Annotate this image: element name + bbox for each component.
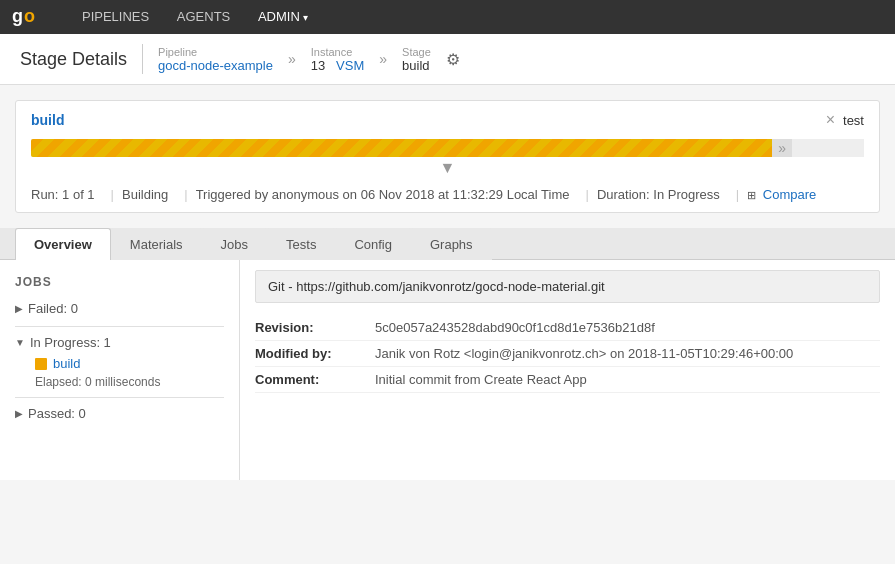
admin-dropdown-icon: ▾ xyxy=(303,12,308,23)
stage-value: build xyxy=(402,58,431,73)
main-nav: PIPELINES AGENTS ADMIN ▾ xyxy=(70,0,320,35)
tab-tests[interactable]: Tests xyxy=(267,228,335,260)
stage-card-name: build xyxy=(31,112,64,128)
in-progress-triangle-icon: ▼ xyxy=(15,337,25,348)
svg-text:g: g xyxy=(12,6,23,26)
detail-table: Revision: 5c0e057a243528dabd90c0f1cd8d1e… xyxy=(255,315,880,393)
close-button[interactable]: × xyxy=(826,111,835,129)
page-header: Stage Details Pipeline gocd-node-example… xyxy=(0,34,895,85)
progress-bar: » xyxy=(31,139,864,157)
pipeline-link[interactable]: gocd-node-example xyxy=(158,58,273,73)
failed-group-label: Failed: 0 xyxy=(28,301,78,316)
building-status: Building xyxy=(122,187,168,202)
nav-agents[interactable]: AGENTS xyxy=(165,0,242,34)
progress-pointer-icon: ▼ xyxy=(31,159,864,177)
jobs-title: JOBS xyxy=(15,275,224,289)
comment-label: Comment: xyxy=(255,372,375,387)
go-logo: g o xyxy=(10,6,50,28)
job-elapsed: Elapsed: 0 milliseconds xyxy=(15,375,224,389)
failed-group-header[interactable]: ▶ Failed: 0 xyxy=(15,299,224,318)
progress-bar-container: » ▼ xyxy=(31,139,864,177)
job-link-build[interactable]: build xyxy=(53,356,80,371)
triggered-info: Triggered by anonymous on 06 Nov 2018 at… xyxy=(196,187,570,202)
page-title: Stage Details xyxy=(20,49,127,70)
instance-value: 13 xyxy=(311,58,325,73)
pipeline-breadcrumb: Pipeline gocd-node-example xyxy=(158,46,273,73)
main-content: JOBS ▶ Failed: 0 ▼ In Progress: 1 build … xyxy=(0,260,895,480)
stage-meta: Run: 1 of 1 | Building | Triggered by an… xyxy=(16,177,879,212)
failed-triangle-icon: ▶ xyxy=(15,303,23,314)
passed-triangle-icon: ▶ xyxy=(15,408,23,419)
test-label: test xyxy=(843,113,864,128)
nav-admin[interactable]: ADMIN ▾ xyxy=(246,0,321,35)
top-navigation: g o PIPELINES AGENTS ADMIN ▾ xyxy=(0,0,895,34)
tab-config[interactable]: Config xyxy=(335,228,411,260)
revision-value: 5c0e057a243528dabd90c0f1cd8d1e7536b21d8f xyxy=(375,320,655,335)
job-item-build: build xyxy=(15,352,224,375)
divider-2 xyxy=(15,397,224,398)
settings-icon[interactable]: ⚙ xyxy=(446,50,460,69)
passed-group-header[interactable]: ▶ Passed: 0 xyxy=(15,404,224,423)
passed-group-label: Passed: 0 xyxy=(28,406,86,421)
instance-label: Instance xyxy=(311,46,364,58)
in-progress-group-label: In Progress: 1 xyxy=(30,335,111,350)
tab-overview[interactable]: Overview xyxy=(15,228,111,260)
tab-graphs[interactable]: Graphs xyxy=(411,228,492,260)
job-group-failed: ▶ Failed: 0 xyxy=(15,299,224,318)
header-divider xyxy=(142,44,143,74)
divider-1 xyxy=(15,326,224,327)
in-progress-group-header[interactable]: ▼ In Progress: 1 xyxy=(15,333,224,352)
pipeline-label: Pipeline xyxy=(158,46,273,58)
instance-breadcrumb: Instance 13 VSM xyxy=(311,46,364,73)
modified-by-value: Janik von Rotz <login@janikvonrotz.ch> o… xyxy=(375,346,793,361)
progress-bar-remainder xyxy=(792,139,864,157)
tab-materials[interactable]: Materials xyxy=(111,228,202,260)
progress-bar-fill xyxy=(31,139,772,157)
job-status-dot xyxy=(35,358,47,370)
tab-jobs[interactable]: Jobs xyxy=(202,228,267,260)
duration-info: Duration: In Progress xyxy=(597,187,720,202)
jobs-panel: JOBS ▶ Failed: 0 ▼ In Progress: 1 build … xyxy=(0,260,240,480)
compare-link[interactable]: Compare xyxy=(763,187,816,202)
arrow-icon-1: » xyxy=(288,51,296,67)
stage-card-header: build × test xyxy=(16,101,879,139)
job-group-in-progress: ▼ In Progress: 1 build Elapsed: 0 millis… xyxy=(15,333,224,389)
stage-card-controls: × test xyxy=(826,111,864,129)
stage-breadcrumb: Stage build xyxy=(402,46,431,73)
git-bar: Git - https://github.com/janikvonrotz/go… xyxy=(255,270,880,303)
svg-text:o: o xyxy=(24,6,35,26)
run-info: Run: 1 of 1 xyxy=(31,187,95,202)
arrow-icon-2: » xyxy=(379,51,387,67)
tabs-bar: Overview Materials Jobs Tests Config Gra… xyxy=(0,228,895,260)
progress-arrows-icon: » xyxy=(772,140,792,156)
compare-icon: ⊞ xyxy=(747,189,756,201)
modified-by-label: Modified by: xyxy=(255,346,375,361)
revision-row: Revision: 5c0e057a243528dabd90c0f1cd8d1e… xyxy=(255,315,880,341)
modified-by-row: Modified by: Janik von Rotz <login@janik… xyxy=(255,341,880,367)
stage-label: Stage xyxy=(402,46,431,58)
revision-label: Revision: xyxy=(255,320,375,335)
vsm-link[interactable]: VSM xyxy=(336,58,364,73)
stage-card: build × test » ▼ Run: 1 of 1 | Building … xyxy=(15,100,880,213)
overview-panel: Git - https://github.com/janikvonrotz/go… xyxy=(240,260,895,480)
comment-value: Initial commit from Create React App xyxy=(375,372,587,387)
nav-pipelines[interactable]: PIPELINES xyxy=(70,0,161,34)
comment-row: Comment: Initial commit from Create Reac… xyxy=(255,367,880,393)
job-group-passed: ▶ Passed: 0 xyxy=(15,404,224,423)
